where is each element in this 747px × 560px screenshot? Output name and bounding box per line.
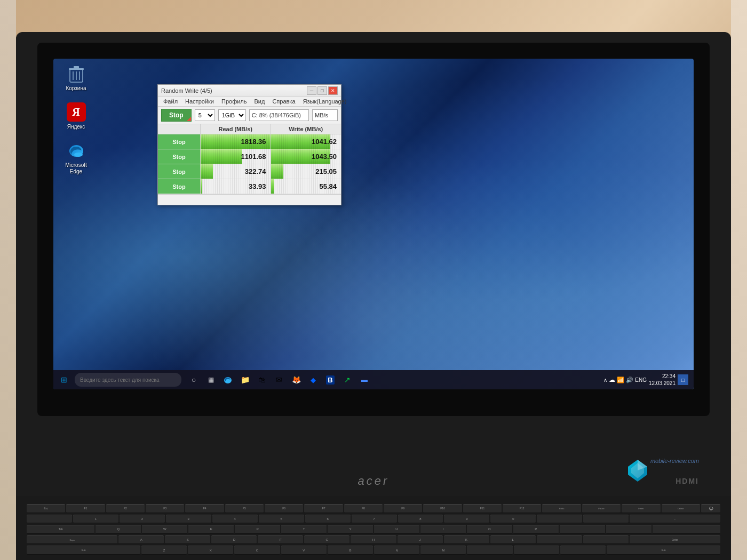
tray-volume-icon[interactable]: 🔊 — [626, 377, 633, 383]
count-select[interactable]: 5 1 3 — [195, 109, 215, 121]
key-power[interactable]: ⏻ — [701, 504, 720, 513]
key-0[interactable]: 0 — [490, 515, 536, 524]
key-backslash[interactable] — [653, 525, 720, 534]
stop-row3-button[interactable]: Stop — [158, 164, 201, 179]
key-k[interactable]: K — [444, 535, 489, 545]
key-d[interactable]: D — [211, 535, 257, 545]
key-r[interactable]: R — [235, 525, 280, 534]
key-p[interactable]: P — [513, 525, 559, 534]
key-insert[interactable]: Insert — [622, 504, 660, 513]
key-backspace[interactable]: ← — [630, 515, 720, 524]
key-w[interactable]: W — [142, 525, 187, 534]
key-period[interactable] — [514, 546, 559, 555]
key-f9[interactable]: F9 — [384, 504, 422, 513]
key-quote[interactable] — [583, 535, 629, 545]
key-f11[interactable]: F11 — [463, 504, 502, 513]
key-enter[interactable]: Enter — [630, 535, 720, 545]
desktop-icon-edge[interactable]: Microsoft Edge — [61, 141, 91, 175]
key-5[interactable]: 5 — [259, 515, 304, 524]
key-3[interactable]: 3 — [166, 515, 211, 524]
key-delete[interactable]: Delete — [662, 504, 700, 513]
key-n[interactable]: N — [374, 546, 419, 555]
key-f[interactable]: F — [258, 535, 303, 545]
key-pause[interactable]: Pause — [582, 504, 621, 513]
key-f6[interactable]: F6 — [265, 504, 303, 513]
key-tab[interactable]: Tab — [27, 525, 94, 534]
key-f2[interactable]: F2 — [106, 504, 145, 513]
key-c[interactable]: C — [234, 546, 280, 555]
key-minus[interactable] — [537, 515, 582, 524]
taskbar-edge-icon[interactable] — [220, 371, 236, 388]
taskbar-cortana-icon[interactable]: ○ — [186, 371, 202, 388]
menu-view[interactable]: Вид — [251, 98, 268, 105]
key-f5[interactable]: F5 — [225, 504, 264, 513]
key-f10[interactable]: F10 — [423, 504, 462, 513]
close-button[interactable]: ✕ — [328, 86, 338, 95]
key-y[interactable]: Y — [328, 525, 373, 534]
key-semicolon[interactable] — [537, 535, 582, 545]
key-v[interactable]: V — [281, 546, 327, 555]
key-9[interactable]: 9 — [444, 515, 489, 524]
stop-row1-button[interactable]: Stop — [158, 134, 201, 149]
stop-row4-button[interactable]: Stop — [158, 179, 201, 194]
key-equals[interactable] — [583, 515, 629, 524]
menu-settings[interactable]: Настройки — [182, 98, 217, 105]
menu-help[interactable]: Справка — [269, 98, 298, 105]
key-slash[interactable] — [560, 546, 606, 555]
start-button[interactable]: ⊞ — [55, 371, 73, 388]
taskbar-blue-icon[interactable]: ▬ — [356, 371, 372, 388]
size-select[interactable]: 1GiB 512MiB — [218, 109, 246, 121]
key-7[interactable]: 7 — [352, 515, 397, 524]
key-comma[interactable] — [467, 546, 512, 555]
desktop-icon-yandex[interactable]: Я Яндекс — [61, 102, 91, 130]
key-b[interactable]: B — [328, 546, 373, 555]
key-q[interactable]: Q — [96, 525, 141, 534]
key-u[interactable]: U — [374, 525, 419, 534]
key-o[interactable]: O — [467, 525, 512, 534]
key-tilde[interactable] — [27, 515, 72, 524]
key-capslock[interactable]: Caps — [27, 535, 117, 545]
key-lshift[interactable]: Shift — [27, 546, 140, 555]
key-rbracket[interactable] — [606, 525, 651, 534]
menu-language[interactable]: Язык(Language) — [300, 98, 350, 105]
tray-chevron-icon[interactable]: ∧ — [603, 377, 607, 383]
notification-badge[interactable]: □ — [678, 374, 688, 385]
key-g[interactable]: G — [304, 535, 349, 545]
key-a[interactable]: A — [118, 535, 164, 545]
key-8[interactable]: 8 — [398, 515, 443, 524]
key-f8[interactable]: F8 — [344, 504, 383, 513]
key-f12[interactable]: F12 — [503, 504, 541, 513]
key-m[interactable]: M — [420, 546, 466, 555]
key-lbracket[interactable] — [560, 525, 605, 534]
key-e[interactable]: E — [188, 525, 234, 534]
key-f4[interactable]: F4 — [185, 504, 224, 513]
key-h[interactable]: H — [351, 535, 396, 545]
taskbar-b-icon[interactable]: B — [322, 371, 338, 388]
desktop-icon-recycle[interactable]: Корзина — [61, 64, 91, 92]
taskbar-dropbox-icon[interactable]: ◆ — [305, 371, 321, 388]
key-6[interactable]: 6 — [305, 515, 351, 524]
key-l[interactable]: L — [490, 535, 536, 545]
key-f1[interactable]: F1 — [66, 504, 105, 513]
key-j[interactable]: J — [398, 535, 443, 545]
taskbar-firefox-icon[interactable]: 🦊 — [288, 371, 304, 388]
key-2[interactable]: 2 — [120, 515, 165, 524]
key-i[interactable]: I — [420, 525, 466, 534]
key-f3[interactable]: F3 — [146, 504, 184, 513]
stop-row2-button[interactable]: Stop — [158, 149, 201, 164]
key-prtsc[interactable]: PrtSc — [542, 504, 581, 513]
key-z[interactable]: Z — [141, 546, 187, 555]
menu-file[interactable]: Файл — [160, 98, 181, 105]
key-1[interactable]: 1 — [73, 515, 118, 524]
taskbar-search-input[interactable] — [75, 373, 181, 387]
taskbar-explorer-icon[interactable]: 📁 — [237, 371, 253, 388]
key-x[interactable]: X — [188, 546, 233, 555]
maximize-button[interactable]: □ — [317, 86, 327, 95]
key-esc[interactable]: Esc — [27, 504, 65, 513]
stop-main-button[interactable]: Stop — [161, 109, 192, 122]
minimize-button[interactable]: ─ — [307, 86, 316, 95]
menu-profile[interactable]: Профиль — [218, 98, 250, 105]
taskbar-task-view-icon[interactable]: ▦ — [203, 371, 219, 388]
taskbar-store-icon[interactable]: 🛍 — [254, 371, 270, 388]
taskbar-mail-icon[interactable]: ✉ — [271, 371, 287, 388]
